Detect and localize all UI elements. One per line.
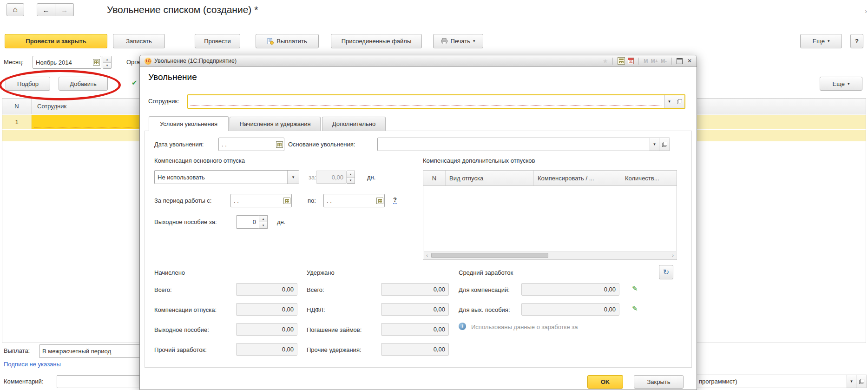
period-from-field[interactable]: . .: [230, 194, 292, 207]
more-caret-icon: ▾: [828, 39, 830, 43]
panel-expander-icon[interactable]: ›: [865, 7, 867, 15]
forward-button[interactable]: →: [55, 3, 74, 16]
stepper-down-icon[interactable]: ▾: [259, 222, 267, 228]
print-button[interactable]: Печать ▾: [433, 34, 483, 48]
signatures-link[interactable]: Подписи не указаны: [4, 361, 61, 368]
withheld-loans-label: Погашение займов:: [307, 326, 362, 333]
month-stepper[interactable]: ▴ ▾: [103, 56, 112, 69]
help-button[interactable]: ?: [850, 34, 863, 48]
refresh-button[interactable]: ↻: [659, 265, 673, 279]
accrued-other-label: Прочий заработок:: [154, 346, 207, 353]
employee-open-button[interactable]: [674, 95, 684, 108]
za-label: за:: [309, 174, 316, 181]
calculator-icon[interactable]: [618, 57, 625, 65]
pay-icon: [267, 38, 274, 45]
1c-logo-icon: 1С: [145, 58, 151, 65]
month-calendar-button[interactable]: [92, 56, 101, 68]
date-calendar-button[interactable]: [375, 194, 384, 207]
edit-pencil-icon[interactable]: ✎: [632, 304, 638, 313]
comment-input[interactable]: [57, 375, 140, 388]
memory-m-minus-button[interactable]: М-: [661, 58, 667, 64]
vacation-mode-dropdown-button[interactable]: ▾: [287, 171, 299, 184]
titlebar-separator: [612, 58, 613, 65]
responsible-open-button[interactable]: [856, 375, 867, 388]
dismissal-reason-label: Основание увольнения:: [288, 141, 355, 148]
close-button[interactable]: Закрыть: [634, 375, 684, 389]
column-header-vacation-type[interactable]: Вид отпуска: [446, 171, 534, 185]
dialog-titlebar[interactable]: 1С Увольнение (1С:Предприятие) ★ 31 М М+…: [140, 55, 697, 67]
responsible-field[interactable]: программист) ▾: [696, 375, 867, 388]
column-header-quantity[interactable]: Количеств...: [621, 171, 677, 185]
column-header-employee[interactable]: Сотрудник: [32, 103, 72, 110]
horizontal-scrollbar[interactable]: ‹ ›: [424, 251, 676, 259]
average-sev-field[interactable]: 0,00: [521, 303, 619, 316]
edit-pencil-icon[interactable]: ✎: [632, 284, 638, 293]
post-and-close-button[interactable]: Провести и закрыть: [5, 34, 107, 48]
period-help-link[interactable]: ?: [393, 196, 397, 204]
more-button-list[interactable]: Еще ▾: [820, 77, 862, 91]
vacation-days-value: 0,00: [316, 174, 346, 181]
column-header-compensate[interactable]: Компенсировать / ...: [534, 171, 621, 185]
scrollbar-thumb[interactable]: [431, 253, 548, 258]
stepper-up-icon[interactable]: ▴: [259, 216, 267, 222]
stepper-up-icon[interactable]: ▴: [103, 56, 111, 63]
month-field[interactable]: Ноябрь 2014: [33, 56, 101, 69]
home-button[interactable]: ⌂: [7, 3, 24, 16]
dialog-title: Увольнение (1С:Предприятие): [154, 58, 237, 64]
column-header-n[interactable]: N: [2, 99, 32, 114]
responsible-dropdown-button[interactable]: ▾: [847, 375, 856, 388]
column-header-n[interactable]: N: [423, 171, 446, 185]
dismissal-reason-combo[interactable]: ▾: [377, 138, 670, 151]
reason-open-button[interactable]: [659, 138, 670, 151]
vacation-days-stepper[interactable]: ▴▾: [347, 171, 355, 184]
favorites-star-icon[interactable]: ★: [603, 58, 608, 65]
print-icon: [441, 38, 447, 44]
employee-dropdown-button[interactable]: ▾: [664, 95, 674, 108]
reason-dropdown-button[interactable]: ▾: [650, 138, 659, 151]
tab-accruals-deductions[interactable]: Начисления и удержания: [230, 117, 321, 131]
period-to-field[interactable]: . .: [323, 194, 385, 207]
average-comp-field[interactable]: 0,00: [521, 283, 619, 296]
post-button[interactable]: Провести: [195, 34, 240, 48]
dismissal-date-field[interactable]: . .: [218, 138, 284, 151]
vacation-mode-select[interactable]: Не использовать ▾: [154, 170, 299, 184]
more-button-top[interactable]: Еще ▾: [800, 34, 842, 48]
scroll-right-icon[interactable]: ›: [670, 253, 676, 258]
severance-stepper[interactable]: ▴▾: [259, 215, 268, 229]
average-note: Использованы данные о заработке за: [471, 324, 578, 331]
maximize-icon[interactable]: [677, 58, 683, 64]
stepper-down-icon[interactable]: ▾: [103, 63, 111, 69]
accrued-other-value: 0,00: [237, 346, 297, 353]
refresh-icon: ↻: [663, 268, 669, 277]
severance-field[interactable]: 0: [236, 215, 259, 229]
tab-additional[interactable]: Дополнительно: [322, 117, 386, 131]
ok-button[interactable]: OK: [587, 375, 623, 389]
pay-button[interactable]: Выплатить: [256, 34, 319, 48]
date-calendar-button[interactable]: [282, 194, 291, 207]
employee-value: [188, 95, 664, 108]
withheld-header: Удержано: [307, 269, 335, 276]
save-button[interactable]: Записать: [113, 34, 165, 48]
more-label: Еще: [813, 38, 825, 45]
calendar-icon: [93, 59, 100, 66]
date-calendar-button[interactable]: [275, 138, 284, 151]
close-icon[interactable]: ✕: [687, 58, 692, 64]
payment-select[interactable]: В межрасчетный период: [39, 344, 140, 358]
calendar-31-icon[interactable]: 31: [628, 58, 634, 64]
scroll-left-icon[interactable]: ‹: [424, 253, 430, 258]
memory-m-button[interactable]: М: [644, 58, 648, 64]
employee-combo[interactable]: ▾: [187, 94, 685, 109]
tab-dismissal-conditions[interactable]: Условия увольнения: [149, 116, 229, 131]
withheld-other-field: 0,00: [381, 343, 449, 356]
row-number-cell[interactable]: 1: [2, 115, 32, 129]
stepper-down-icon[interactable]: ▾: [347, 178, 355, 184]
average-sev-label: Для вых. пособия:: [459, 306, 510, 313]
vacation-mode-value: Не использовать: [155, 174, 287, 181]
attachments-button[interactable]: Присоединенные файлы: [331, 34, 422, 48]
open-icon: [859, 379, 864, 384]
chevron-down-icon: ▾: [653, 142, 656, 146]
back-button[interactable]: ←: [37, 3, 55, 16]
stepper-up-icon[interactable]: ▴: [347, 171, 355, 178]
memory-m-plus-button[interactable]: М+: [651, 58, 658, 64]
additional-vacations-table[interactable]: N Вид отпуска Компенсировать / ... Колич…: [423, 170, 677, 260]
